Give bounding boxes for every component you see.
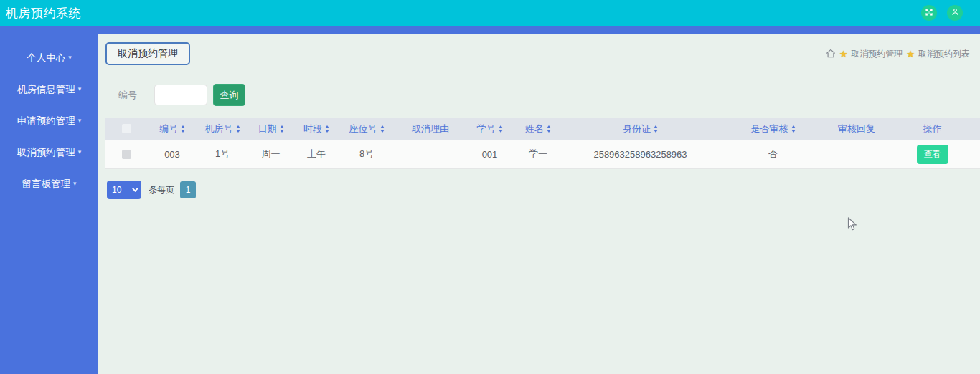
page-title-button[interactable]: 取消预约管理 [105,42,190,65]
sidebar-item-room-info-management[interactable]: 机房信息管理▾ [0,73,98,105]
breadcrumb-link-cancel-management[interactable]: 取消预约管理 [851,48,903,60]
sort-icon [547,125,551,133]
fullscreen-button[interactable] [921,5,937,21]
row-checkbox[interactable] [122,150,131,159]
app-title: 机房预约系统 [6,5,81,21]
user-button[interactable] [947,5,963,21]
user-icon [951,6,960,19]
column-label: 审核回复 [838,123,875,135]
cell-number: 003 [147,149,197,160]
search-row: 编号 查询 [105,84,980,106]
page-size-value: 10 [112,185,121,195]
column-header-review-reply: 审核回复 [829,123,885,135]
column-label: 时段 [303,123,322,135]
column-label: 日期 [258,123,277,135]
sidebar-item-label: 个人中心 [27,52,65,63]
page-buttons: 1 [180,181,196,198]
search-label: 编号 [118,89,137,102]
sidebar-item-apply-reservation-management[interactable]: 申请预约管理▾ [0,105,98,136]
chevron-down-icon: ▾ [78,117,82,124]
column-label: 取消理由 [412,123,449,135]
chevron-down-icon: ▾ [78,85,82,92]
column-header-period[interactable]: 时段 [294,123,339,135]
column-header-name[interactable]: 姓名 [513,123,563,135]
column-header-room-number[interactable]: 机房号 [197,123,248,135]
select-all-checkbox-cell [105,124,147,133]
cell-id-card: 258963258963258963 [563,149,717,160]
sort-icon [325,125,329,133]
topbar-actions [921,5,963,21]
column-label: 操作 [923,123,942,135]
sidebar-item-label: 申请预约管理 [17,115,75,126]
cell-name: 学一 [513,148,563,160]
row-checkbox-cell [105,150,147,159]
breadcrumb-link-cancel-list[interactable]: 取消预约列表 [918,48,970,60]
sidebar-item-label: 留言板管理 [22,178,70,189]
fullscreen-icon [925,6,933,19]
cell-period: 上午 [294,148,339,160]
column-label: 身份证 [623,123,651,135]
sort-icon [236,125,240,133]
sort-icon [654,125,658,133]
search-button[interactable]: 查询 [213,84,245,106]
sort-icon [181,125,185,133]
select-all-checkbox[interactable] [122,124,131,133]
sidebar-item-message-board-management[interactable]: 留言板管理▾ [0,168,98,199]
cell-date: 周一 [248,148,294,160]
chevron-down-icon: ▾ [73,180,77,187]
column-header-number[interactable]: 编号 [147,123,197,135]
sidebar-item-label: 机房信息管理 [17,84,75,95]
table-header-row: 编号机房号日期时段座位号取消理由学号姓名身份证是否审核审核回复操作 [105,118,980,140]
column-header-cancel-reason: 取消理由 [395,123,466,135]
layout: 个人中心▾机房信息管理▾申请预约管理▾取消预约管理▾留言板管理▾ 取消预约管理 … [0,26,980,374]
search-number-input[interactable] [154,85,207,105]
chevron-down-icon [132,186,138,191]
sort-icon [791,125,796,133]
table-body: 0031号周一上午8号001学一258963258963258963否查看 [105,140,980,169]
mouse-cursor [847,217,857,234]
column-header-id-card[interactable]: 身份证 [563,123,717,135]
main-panel: 取消预约管理 ★ 取消预约管理 ★ 取消预约列表 编号 查询 编号机房号日期时段… [98,34,980,374]
topbar: 机房预约系统 [0,0,980,26]
cell-room-number: 1号 [197,148,248,160]
column-header-reviewed[interactable]: 是否审核 [717,123,829,135]
sidebar-item-label: 取消预约管理 [17,147,75,158]
home-icon[interactable] [826,49,836,60]
column-header-student-id[interactable]: 学号 [466,123,513,135]
column-label: 姓名 [525,123,544,135]
column-header-actions: 操作 [885,123,980,135]
column-header-date[interactable]: 日期 [248,123,294,135]
sidebar-item-personal-center[interactable]: 个人中心▾ [0,42,98,73]
sort-icon [380,125,385,133]
table-row: 0031号周一上午8号001学一258963258963258963否查看 [105,140,980,169]
chevron-down-icon: ▾ [68,54,72,61]
column-label: 是否审核 [751,123,788,135]
column-label: 学号 [477,123,496,135]
cell-seat-number: 8号 [339,148,395,160]
star-icon: ★ [839,49,848,59]
page-button-1[interactable]: 1 [180,181,196,198]
pagination: 10 条每页 1 [107,181,980,199]
star-icon: ★ [906,49,915,59]
sidebar-item-cancel-reservation-management[interactable]: 取消预约管理▾ [0,136,98,168]
breadcrumb: ★ 取消预约管理 ★ 取消预约列表 [826,48,970,60]
sidebar-nav: 个人中心▾机房信息管理▾申请预约管理▾取消预约管理▾留言板管理▾ [0,26,98,374]
chevron-down-icon: ▾ [78,148,82,155]
cell-reviewed: 否 [717,148,829,160]
view-button[interactable]: 查看 [917,145,948,164]
column-label: 机房号 [205,123,233,135]
page-size-select[interactable]: 10 [107,181,141,199]
sort-icon [499,125,503,133]
cell-student-id: 001 [466,149,513,160]
sort-icon [280,125,284,133]
column-label: 座位号 [349,123,377,135]
cancel-reservation-table: 编号机房号日期时段座位号取消理由学号姓名身份证是否审核审核回复操作 0031号周… [105,118,980,169]
column-label: 编号 [159,123,178,135]
cell-actions: 查看 [885,145,980,164]
page-size-label: 条每页 [149,184,174,196]
column-header-seat-number[interactable]: 座位号 [339,123,395,135]
